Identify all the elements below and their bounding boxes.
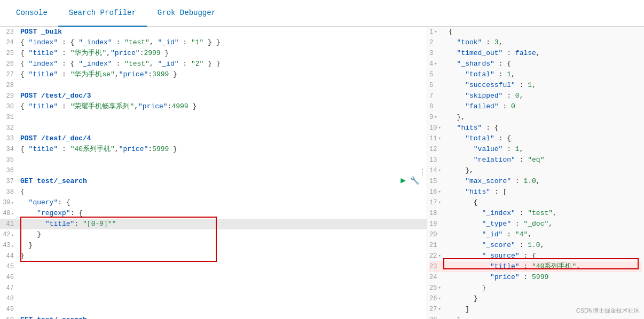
code-line: 2 "took" : 3, bbox=[429, 37, 642, 48]
code-line: 45 bbox=[0, 261, 427, 272]
code-line: 28 bbox=[0, 80, 427, 91]
code-line: 5 "total" : 1, bbox=[429, 69, 642, 80]
code-line: 18 "_index" : "test", bbox=[429, 208, 642, 219]
code-line: 13 "relation" : "eq" bbox=[429, 155, 642, 165]
code-line: 43▴ } bbox=[0, 240, 427, 251]
code-line: 22▾ "_source" : { bbox=[429, 251, 642, 261]
drag-handle[interactable]: ⋮ bbox=[418, 169, 427, 177]
code-line: 3 "timed_out" : false, bbox=[429, 48, 642, 59]
code-line: 35 bbox=[0, 155, 427, 165]
code-line: 48 bbox=[0, 293, 427, 304]
code-line: 25 { "title" : "华为手机","price":2999 } bbox=[0, 48, 427, 59]
code-line: 34 { "title" : "40系列手机","price":5999 } bbox=[0, 144, 427, 155]
left-code-area[interactable]: ▶ 🔧 23 POST _bulk 24 { "index" : { "_ind… bbox=[0, 27, 427, 319]
nav-tabs: Console Search Profiler Grok Debugger bbox=[0, 0, 644, 27]
code-line: 31 bbox=[0, 112, 427, 123]
code-line: 24 { "index" : { "_index" : "test", "_id… bbox=[0, 37, 427, 48]
code-line: 49 bbox=[0, 304, 427, 315]
tab-grok-debugger[interactable]: Grok Debugger bbox=[147, 0, 226, 27]
tab-search-profiler[interactable]: Search Profiler bbox=[58, 0, 147, 27]
watermark: CSDN博士掘金技术社区 bbox=[576, 307, 640, 315]
code-line: 16▾ "hits" : [ bbox=[429, 187, 642, 197]
play-button[interactable]: ▶ bbox=[400, 175, 406, 186]
main-layout: ▶ 🔧 23 POST _bulk 24 { "index" : { "_ind… bbox=[0, 27, 644, 319]
code-line: 32 bbox=[0, 123, 427, 133]
code-line: 37 GET test/_search bbox=[0, 176, 427, 187]
code-line: 21 "_score" : 1.0, bbox=[429, 240, 642, 251]
code-line: 6 "successful" : 1, bbox=[429, 80, 642, 91]
right-panel: 1▾ { 2 "took" : 3, 3 "timed_out" : false… bbox=[427, 27, 644, 319]
code-line: 14▾ }, bbox=[429, 165, 642, 176]
code-line: 15 "max_score" : 1.0, bbox=[429, 176, 642, 187]
code-line: 41 "title": "[0-9]*" bbox=[0, 219, 427, 229]
code-line: 8 "failed" : 0 bbox=[429, 101, 642, 112]
code-line: 44 } bbox=[0, 251, 427, 261]
code-line: 33 POST /test/_doc/4 bbox=[0, 133, 427, 144]
code-line: 26 { "index" : { "_index" : "test", "_id… bbox=[0, 59, 427, 69]
code-line: 7 "skipped" : 0, bbox=[429, 91, 642, 101]
code-line: 47 bbox=[0, 283, 427, 293]
code-line: 12 "value" : 1, bbox=[429, 144, 642, 155]
code-line: 25▾ } bbox=[429, 283, 642, 293]
code-line: 40▾ "regexp": { bbox=[0, 208, 427, 219]
code-line: 23 POST _bulk bbox=[0, 27, 427, 37]
code-line: 50 GET test/_search bbox=[0, 315, 427, 319]
tab-grok-debugger-label: Grok Debugger bbox=[158, 9, 216, 17]
left-code-lines[interactable]: 23 POST _bulk 24 { "index" : { "_index" … bbox=[0, 27, 427, 319]
code-line: 29 POST /test/_doc/3 bbox=[0, 91, 427, 101]
code-line: 11▾ "total" : { bbox=[429, 133, 642, 144]
code-line: 38 { bbox=[0, 187, 427, 197]
code-line: 28▾ } bbox=[429, 315, 642, 319]
right-code-lines[interactable]: 1▾ { 2 "took" : 3, 3 "timed_out" : false… bbox=[427, 27, 644, 319]
code-line: 27 { "title" : "华为手机se","price":3999 } bbox=[0, 69, 427, 80]
code-line: 24 "price" : 5999 bbox=[429, 272, 642, 283]
code-line: 1▾ { bbox=[429, 27, 642, 37]
code-line: 42▴ } bbox=[0, 229, 427, 240]
code-line: 26▾ } bbox=[429, 293, 642, 304]
code-line: 20 "_id" : "4", bbox=[429, 229, 642, 240]
code-line: 36 bbox=[0, 165, 427, 176]
left-panel: ▶ 🔧 23 POST _bulk 24 { "index" : { "_ind… bbox=[0, 27, 427, 319]
code-line: 10▾ "hits" : { bbox=[429, 123, 642, 133]
code-line: 23 "title" : "40系列手机", bbox=[429, 261, 642, 272]
play-area: ▶ 🔧 bbox=[400, 175, 419, 186]
tab-console-label: Console bbox=[16, 9, 48, 17]
code-line: 39▾ "query": { bbox=[0, 197, 427, 208]
code-line: 30 { "title" : "荣耀手机畅享系列","price":4999 } bbox=[0, 101, 427, 112]
tab-search-profiler-label: Search Profiler bbox=[69, 9, 136, 17]
code-line: 17▾ { bbox=[429, 197, 642, 208]
tab-console[interactable]: Console bbox=[5, 0, 58, 27]
code-line: 4▾ "_shards" : { bbox=[429, 59, 642, 69]
code-line: 46 bbox=[0, 272, 427, 283]
code-line: 19 "_type" : "_doc", bbox=[429, 219, 642, 229]
code-line: 9▾ }, bbox=[429, 112, 642, 123]
